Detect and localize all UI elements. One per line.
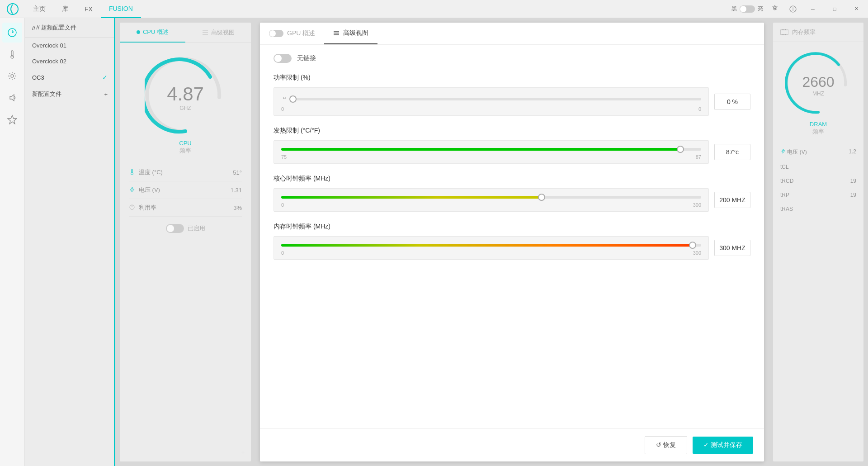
- nav-fusion[interactable]: FUSION: [101, 0, 141, 18]
- profile-item-oc2[interactable]: Overclock 02: [25, 53, 115, 69]
- svg-marker-8: [8, 115, 17, 124]
- new-profile-button[interactable]: 新配置文件 +: [25, 86, 115, 103]
- temp-value: 51°: [233, 169, 242, 176]
- power-limit-slider-row: [281, 95, 701, 103]
- minimize-button[interactable]: ─: [805, 3, 821, 15]
- memory-icon: [780, 29, 788, 35]
- memory-clock-track[interactable]: [281, 244, 701, 247]
- cpu-enable-toggle[interactable]: [166, 224, 184, 233]
- core-clock-track[interactable]: [281, 196, 701, 199]
- temp-label: 温度 (°C): [139, 168, 163, 176]
- memory-header-label: 内存频率: [792, 28, 816, 36]
- core-clock-slider-row: [281, 196, 701, 199]
- power-limit-thumb[interactable]: [289, 95, 297, 103]
- memory-clock-fill: [281, 244, 693, 247]
- settings-icon[interactable]: [769, 3, 781, 15]
- memory-gauge: 2660 MHZ: [784, 51, 852, 119]
- stat-utilization: 利用率 3%: [129, 199, 242, 217]
- cpu-enabled-label: 已启用: [188, 224, 205, 233]
- thermal-limit-track[interactable]: [281, 148, 701, 151]
- profile-item-oc1[interactable]: Overclock 01: [25, 38, 115, 53]
- gpu-content: 无链接 功率限制 (%): [260, 45, 764, 428]
- tab-cpu-advanced[interactable]: 高级视图: [185, 23, 251, 43]
- cpu-stats: 温度 (°C) 51° 电压 (V) 1.31: [120, 164, 251, 217]
- profile-sidebar-wrapper: // // 超频配置文件 Overclock 01 Overclock 02 O…: [25, 18, 115, 466]
- util-label: 利用率: [139, 204, 156, 212]
- no-connection-row: 无链接: [274, 54, 750, 63]
- sidebar-item-audio[interactable]: [2, 88, 22, 108]
- voltage-label: 电压 (V): [139, 186, 160, 194]
- memory-stats: 电压 (V) 1.2 tCL tRCD 19 tRP 19 tRAS: [773, 145, 863, 216]
- svg-rect-27: [785, 34, 786, 35]
- svg-rect-5: [11, 51, 13, 56]
- sidebar-item-settings[interactable]: [2, 66, 22, 86]
- mem-voltage-icon: [780, 148, 786, 154]
- cpu-label: CPU: [179, 140, 191, 147]
- power-limit-title: 功率限制 (%): [274, 74, 750, 82]
- gpu-panel-tabs: GPU 概述 高级视图: [260, 23, 764, 45]
- voltage-value: 1.31: [231, 187, 242, 194]
- restore-button[interactable]: ↺ 恢复: [645, 436, 687, 454]
- no-connection-toggle[interactable]: [274, 54, 292, 63]
- power-limit-slider-container: 0 0: [274, 87, 709, 116]
- core-clock-thumb[interactable]: [538, 194, 545, 201]
- thermal-limit-input[interactable]: 87°c: [714, 144, 750, 160]
- theme-toggle[interactable]: 黑 亮: [731, 5, 763, 13]
- power-limit-track[interactable]: [293, 98, 701, 100]
- nav-home[interactable]: 主页: [25, 0, 54, 18]
- util-value: 3%: [233, 204, 242, 211]
- thermal-limit-thumb[interactable]: [677, 146, 684, 153]
- svg-rect-23: [783, 29, 784, 30]
- core-clock-labels: 0 300: [281, 202, 701, 208]
- sidebar-item-lighting[interactable]: [2, 109, 22, 129]
- memory-clock-input[interactable]: 300 MHZ: [714, 240, 750, 256]
- info-icon[interactable]: i: [787, 3, 799, 15]
- voltage-icon: [129, 186, 135, 194]
- main-area: // // 超频配置文件 Overclock 01 Overclock 02 O…: [0, 18, 868, 466]
- logo-icon: [0, 0, 25, 18]
- nav-fx[interactable]: FX: [76, 0, 101, 18]
- cpu-sublabel: 频率: [179, 147, 191, 155]
- power-limit-input[interactable]: 0 %: [714, 94, 750, 110]
- svg-rect-21: [780, 30, 788, 34]
- profile-header-icon: //: [32, 24, 35, 31]
- sidebar-item-overclock[interactable]: [2, 23, 22, 43]
- cpu-footer: 已启用: [159, 217, 212, 240]
- thermal-limit-slider-row: [281, 148, 701, 151]
- core-clock-input[interactable]: 200 MHZ: [714, 192, 750, 208]
- memory-stat-tras: tRAS: [780, 202, 856, 216]
- tab-gpu-advanced[interactable]: 高级视图: [324, 23, 377, 44]
- memory-freq-value: 2660: [802, 74, 834, 90]
- sidebar-item-temp[interactable]: [2, 44, 22, 64]
- profile-item-oc3[interactable]: OC3 ✓: [25, 69, 115, 86]
- temp-icon: [129, 169, 135, 176]
- link-icon[interactable]: [281, 95, 288, 103]
- gpu-toggle-icon: [269, 30, 283, 37]
- thermal-limit-fill: [281, 148, 680, 151]
- maximize-button[interactable]: □: [826, 3, 843, 15]
- cpu-freq-unit: GHZ: [167, 105, 204, 111]
- cpu-freq-value: 4.87: [167, 83, 204, 105]
- active-check-icon: ✓: [102, 74, 108, 81]
- memory-stat-trp: tRP 19: [780, 188, 856, 202]
- profile-header: // // 超频配置文件: [25, 18, 115, 38]
- memory-stat-trcd: tRCD 19: [780, 174, 856, 188]
- profile-sidebar: // // 超频配置文件 Overclock 01 Overclock 02 O…: [25, 18, 115, 466]
- power-limit-section: 功率限制 (%): [274, 74, 750, 116]
- theme-switch[interactable]: [740, 5, 755, 13]
- memory-clock-thumb[interactable]: [689, 242, 696, 249]
- memory-clock-section: 内存时钟频率 (MHz) 0 300: [274, 223, 750, 260]
- titlebar-left: 主页 库 FX FUSION: [0, 0, 141, 18]
- close-button[interactable]: ✕: [848, 3, 864, 15]
- dark-label: 黑: [731, 5, 737, 13]
- tab-dot-overview: [137, 30, 140, 34]
- memory-panel-header: 内存频率: [773, 23, 863, 42]
- thermal-limit-section: 发热限制 (°C/°F) 75 87: [274, 127, 750, 164]
- svg-rect-22: [782, 29, 783, 30]
- tab-cpu-overview[interactable]: CPU 概述: [120, 23, 185, 43]
- core-clock-fill: [281, 196, 542, 199]
- nav-library[interactable]: 库: [54, 0, 76, 18]
- tab-gpu-overview[interactable]: GPU 概述: [260, 23, 324, 44]
- profile-header-label: // 超频配置文件: [36, 24, 76, 32]
- test-save-button[interactable]: ✓ 测试并保存: [693, 437, 753, 454]
